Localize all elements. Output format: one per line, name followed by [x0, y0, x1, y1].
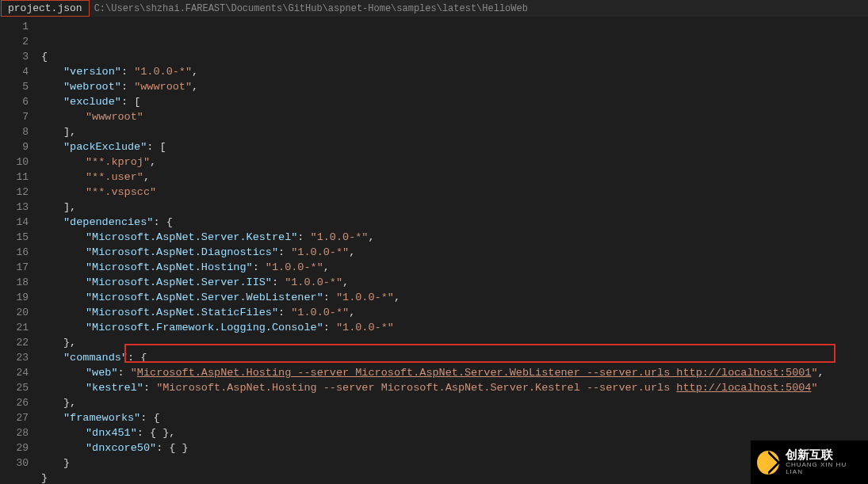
code-line[interactable]: "Microsoft.AspNet.StaticFiles": "1.0.0-*… — [41, 305, 868, 320]
line-number: 15 — [0, 230, 29, 245]
token-key: "Microsoft.AspNet.Diagnostics" — [86, 246, 278, 258]
token-key: "webroot" — [63, 81, 121, 93]
tab-project-json[interactable]: project.json — [1, 0, 90, 17]
token-key: "exclude" — [63, 96, 121, 108]
token-string: " — [811, 367, 817, 379]
token-punct: , — [192, 66, 198, 78]
token-string: "1.0.0-*" — [285, 276, 342, 288]
token-string: " — [131, 367, 137, 379]
line-number: 18 — [0, 275, 29, 290]
token-key: "Microsoft.AspNet.Server.WebListener" — [86, 292, 323, 303]
token-key: "Microsoft.Framework.Logging.Console" — [86, 322, 323, 333]
code-line[interactable]: "**.vspscc" — [41, 185, 868, 200]
code-line[interactable]: }, — [41, 395, 868, 410]
code-line[interactable]: "web": "Microsoft.AspNet.Hosting --serve… — [41, 365, 868, 380]
code-line[interactable]: "wwwroot" — [41, 109, 868, 124]
token-key: "packExclude" — [63, 141, 147, 153]
code-line[interactable]: "Microsoft.AspNet.Diagnostics": "1.0.0-*… — [41, 245, 868, 260]
token-brace: { — [41, 51, 48, 63]
code-line[interactable]: "version": "1.0.0-*", — [41, 64, 868, 79]
code-content[interactable]: {"version": "1.0.0-*","webroot": "wwwroo… — [36, 17, 868, 484]
code-line[interactable]: }, — [41, 335, 868, 350]
line-number: 28 — [0, 425, 29, 440]
code-line[interactable]: { — [41, 49, 868, 64]
token-brace: } — [41, 472, 48, 484]
line-number: 4 — [0, 64, 29, 79]
token-punct: { — [140, 352, 147, 364]
code-editor[interactable]: 1234567891011121314151617181920212223242… — [0, 17, 868, 484]
token-string: "1.0.0-*" — [134, 66, 192, 78]
token-colon: : — [147, 141, 159, 153]
token-colon: : — [278, 307, 291, 318]
code-line[interactable]: ], — [41, 200, 868, 215]
logo-text: 创新互联 CHUANG XIN HU LIAN — [786, 448, 862, 475]
token-key: "Microsoft.AspNet.Hosting" — [86, 261, 253, 273]
token-punct: { — [166, 216, 173, 228]
logo-icon — [757, 451, 779, 474]
token-string: "1.0.0-*" — [266, 261, 323, 273]
token-colon: : — [278, 246, 291, 258]
code-line[interactable]: "dnxcore50": { } — [41, 440, 868, 455]
line-number: 24 — [0, 365, 29, 380]
token-key: "Microsoft.AspNet.StaticFiles" — [86, 307, 278, 318]
line-number: 22 — [0, 335, 29, 350]
token-punct: , — [342, 276, 349, 288]
code-line[interactable]: "Microsoft.AspNet.Server.IIS": "1.0.0-*"… — [41, 275, 868, 290]
code-line[interactable]: "exclude": [ — [41, 94, 868, 109]
token-key: "web" — [86, 367, 118, 379]
code-line[interactable]: "commands": { — [41, 350, 868, 365]
code-line[interactable]: "webroot": "wwwroot", — [41, 79, 868, 94]
token-string: http://localhost:5004 — [676, 382, 811, 394]
code-line[interactable]: "dependencies": { — [41, 215, 868, 230]
line-number: 27 — [0, 410, 29, 425]
token-punct: { }, — [150, 427, 175, 439]
token-colon: : — [272, 276, 285, 288]
token-colon: : — [118, 367, 131, 379]
code-line[interactable]: } — [41, 455, 868, 471]
code-line[interactable]: "**.kproj", — [41, 154, 868, 170]
token-string: "**.vspscc" — [86, 186, 156, 198]
code-line[interactable]: "dnx451": { }, — [41, 425, 868, 440]
code-line[interactable]: "Microsoft.AspNet.Hosting": "1.0.0-*", — [41, 260, 868, 275]
file-path: C:\Users\shzhai.FAREAST\Documents\GitHub… — [90, 3, 528, 14]
line-number: 25 — [0, 380, 29, 395]
logo-main-text: 创新互联 — [786, 448, 862, 462]
code-line[interactable]: "Microsoft.AspNet.Server.Kestrel": "1.0.… — [41, 230, 868, 245]
line-number: 29 — [0, 440, 29, 455]
code-line[interactable]: ], — [41, 124, 868, 139]
code-line[interactable]: "kestrel": "Microsoft.AspNet.Hosting --s… — [41, 380, 868, 395]
token-punct: ], — [63, 201, 76, 213]
line-number: 20 — [0, 305, 29, 320]
token-string: "1.0.0-*" — [311, 231, 369, 243]
code-line[interactable]: "Microsoft.Framework.Logging.Console": "… — [41, 320, 868, 335]
line-number: 23 — [0, 350, 29, 365]
line-number: 26 — [0, 395, 29, 410]
code-line[interactable]: } — [41, 471, 868, 484]
token-key: "frameworks" — [63, 412, 140, 424]
token-string: "1.0.0-*" — [336, 292, 394, 303]
token-colon: : — [156, 442, 169, 454]
token-key: "Microsoft.AspNet.Server.IIS" — [86, 276, 272, 288]
logo-sub-text: CHUANG XIN HU LIAN — [786, 462, 862, 476]
code-line[interactable]: "Microsoft.AspNet.Server.WebListener": "… — [41, 290, 868, 305]
token-colon: : — [140, 412, 153, 424]
line-number: 17 — [0, 260, 29, 275]
code-line[interactable]: "packExclude": [ — [41, 139, 868, 154]
code-line[interactable]: "frameworks": { — [41, 410, 868, 425]
line-number: 8 — [0, 124, 29, 139]
token-colon: : — [121, 81, 134, 93]
token-string: "Microsoft.AspNet.Hosting --server Micro… — [156, 382, 676, 394]
token-string: " — [811, 382, 817, 394]
token-punct: , — [349, 246, 355, 258]
code-line[interactable]: "**.user", — [41, 170, 868, 185]
line-number: 16 — [0, 245, 29, 260]
line-number: 6 — [0, 94, 29, 109]
token-colon: : — [121, 66, 134, 78]
line-number: 5 — [0, 79, 29, 94]
line-number: 3 — [0, 49, 29, 64]
line-number: 14 — [0, 215, 29, 230]
token-string: "1.0.0-*" — [291, 246, 349, 258]
token-colon: : — [128, 352, 140, 364]
token-punct: , — [368, 231, 374, 243]
token-colon: : — [153, 216, 166, 228]
